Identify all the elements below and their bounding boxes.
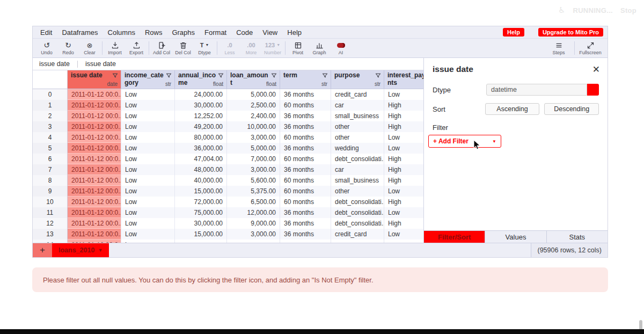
cell-annual-income[interactable]: 49,200.00: [175, 121, 227, 132]
upgrade-pro-button[interactable]: Upgrade to Mito Pro: [538, 28, 603, 37]
cell-income-category[interactable]: Low: [121, 229, 175, 239]
add-sheet-button[interactable]: +: [33, 243, 52, 257]
cell-purpose[interactable]: car: [331, 164, 384, 175]
cell-issue-date[interactable]: 2011-01-12 00:0...: [68, 239, 121, 243]
cell-interest-payments[interactable]: High: [384, 121, 423, 132]
cell-purpose[interactable]: other: [331, 186, 384, 197]
sort-ascending-button[interactable]: Ascending: [485, 103, 540, 115]
table-row[interactable]: 142011-01-12 00:0...Low: [33, 239, 423, 243]
cell-income-category[interactable]: Low: [121, 175, 175, 186]
cell-issue-date[interactable]: 2011-01-12 00:0...: [68, 154, 121, 164]
column-header-loan-amount[interactable]: loan_amountfloat: [227, 70, 280, 89]
cell-annual-income[interactable]: 75,000.00: [175, 207, 227, 218]
cell-income-category[interactable]: Low: [121, 143, 175, 154]
cell-loan-amount[interactable]: 12,000.00: [227, 207, 280, 218]
cell-interest-payments[interactable]: High: [384, 218, 423, 229]
cell-term[interactable]: 36 months: [280, 143, 331, 154]
cell-loan-amount[interactable]: 3,000.00: [227, 164, 280, 175]
cell-purpose[interactable]: credit_card: [331, 229, 384, 239]
table-row[interactable]: 102011-01-12 00:0...Low72,000.006,500.00…: [33, 197, 423, 207]
table-row[interactable]: 12011-01-12 00:0...Low30,000.002,500.006…: [33, 100, 423, 111]
cell-issue-date[interactable]: 2011-01-12 00:0...: [68, 121, 121, 132]
column-header-purpose[interactable]: purposestr: [331, 70, 384, 89]
cell-annual-income[interactable]: [175, 239, 227, 243]
cell-purpose[interactable]: credit_card: [331, 89, 384, 100]
table-row[interactable]: 02011-01-12 00:0...Low24,000.005,000.003…: [33, 89, 423, 100]
cell-term[interactable]: 36 months: [280, 229, 331, 239]
cell-annual-income[interactable]: 40,000.00: [175, 175, 227, 186]
table-row[interactable]: 82011-01-12 00:0...Low40,000.005,600.006…: [33, 175, 423, 186]
cell-income-category[interactable]: Low: [121, 154, 175, 164]
cell-loan-amount[interactable]: 5,000.00: [227, 143, 280, 154]
filter-icon[interactable]: [218, 72, 224, 80]
filter-icon[interactable]: [271, 72, 277, 80]
cell-issue-date[interactable]: 2011-01-12 00:0...: [68, 132, 121, 143]
ai-button[interactable]: AI: [330, 39, 352, 57]
column-header-term[interactable]: termstr: [280, 70, 331, 89]
cell-interest-payments[interactable]: High: [384, 164, 423, 175]
menu-item-edit[interactable]: Edit: [40, 28, 52, 37]
cell-interest-payments[interactable]: High: [384, 175, 423, 186]
cell-income-category[interactable]: Low: [121, 89, 175, 100]
cell-income-category[interactable]: Low: [121, 121, 175, 132]
cell-interest-payments[interactable]: Low: [384, 186, 423, 197]
cell-income-category[interactable]: Low: [121, 239, 175, 243]
cell-income-category[interactable]: Low: [121, 111, 175, 121]
filter-icon[interactable]: [322, 72, 328, 80]
add-filter-button[interactable]: + Add Filter ▼: [428, 135, 501, 148]
cell-loan-amount[interactable]: 7,000.00: [227, 154, 280, 164]
cell-issue-date[interactable]: 2011-01-12 00:0...: [68, 229, 121, 239]
filter-icon[interactable]: [112, 72, 118, 80]
menu-item-graphs[interactable]: Graphs: [172, 28, 195, 37]
cell-interest-payments[interactable]: Low: [384, 229, 423, 239]
cell-annual-income[interactable]: 15,000.00: [175, 229, 227, 239]
cell-purpose[interactable]: other: [331, 121, 384, 132]
sort-descending-button[interactable]: Descending: [544, 103, 599, 115]
cell-interest-payments[interactable]: Low: [384, 143, 423, 154]
cell-interest-payments[interactable]: Low: [384, 89, 423, 100]
help-button[interactable]: Help: [503, 28, 524, 37]
cell-income-category[interactable]: Low: [121, 207, 175, 218]
cell-purpose[interactable]: [331, 239, 384, 243]
column-header-interest-payments[interactable]: interest_paymentsstr: [384, 70, 423, 89]
table-row[interactable]: 62011-01-12 00:0...Low47,004.007,000.006…: [33, 154, 423, 164]
cell-purpose[interactable]: small_business: [331, 175, 384, 186]
cell-term[interactable]: [280, 239, 331, 243]
dtype-dropdown-highlight[interactable]: [587, 84, 599, 96]
cell-income-category[interactable]: Low: [121, 100, 175, 111]
cell-term[interactable]: 36 months: [280, 121, 331, 132]
cell-term[interactable]: 60 months: [280, 100, 331, 111]
cell-issue-date[interactable]: 2011-01-12 00:0...: [68, 175, 121, 186]
cell-loan-amount[interactable]: 6,500.00: [227, 197, 280, 207]
dtype-select[interactable]: datetime: [486, 84, 587, 96]
cell-interest-payments[interactable]: Low: [384, 207, 423, 218]
cell-term[interactable]: 60 months: [280, 175, 331, 186]
cell-annual-income[interactable]: 30,000.00: [175, 100, 227, 111]
menu-item-columns[interactable]: Columns: [108, 28, 135, 37]
cell-income-category[interactable]: Low: [121, 218, 175, 229]
cell-term[interactable]: 36 months: [280, 89, 331, 100]
cell-purpose[interactable]: other: [331, 132, 384, 143]
cell-annual-income[interactable]: 30,000.00: [175, 218, 227, 229]
clear-button[interactable]: ⊗Clear: [79, 39, 100, 57]
cell-loan-amount[interactable]: [227, 239, 280, 243]
table-row[interactable]: 112011-01-12 00:0...Low75,000.0012,000.0…: [33, 207, 423, 218]
cell-issue-date[interactable]: 2011-01-12 00:0...: [68, 186, 121, 197]
cell-loan-amount[interactable]: 5,600.00: [227, 175, 280, 186]
cell-annual-income[interactable]: 24,000.00: [175, 89, 227, 100]
cell-interest-payments[interactable]: High: [384, 154, 423, 164]
cell-income-category[interactable]: Low: [121, 197, 175, 207]
cell-interest-payments[interactable]: [384, 239, 423, 243]
cell-purpose[interactable]: wedding: [331, 143, 384, 154]
cell-income-category[interactable]: Low: [121, 186, 175, 197]
dtype-button[interactable]: T ▼Dtype: [194, 39, 215, 57]
cell-annual-income[interactable]: 47,004.00: [175, 154, 227, 164]
cell-income-category[interactable]: Low: [121, 132, 175, 143]
menu-item-format[interactable]: Format: [204, 28, 226, 37]
cell-purpose[interactable]: debt_consolidati...: [331, 197, 384, 207]
cell-loan-amount[interactable]: 3,000.00: [227, 229, 280, 239]
cell-purpose[interactable]: debt_consolidati...: [331, 207, 384, 218]
cell-annual-income[interactable]: 48,000.00: [175, 164, 227, 175]
steps-button[interactable]: Steps: [545, 39, 573, 57]
cell-interest-payments[interactable]: High: [384, 111, 423, 121]
